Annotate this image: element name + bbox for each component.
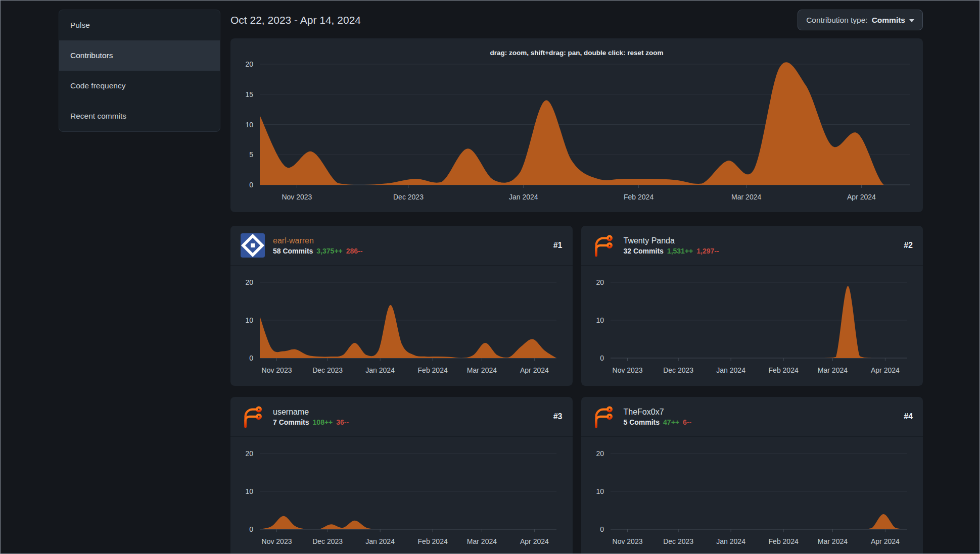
deletions-count: 36-- xyxy=(336,418,349,426)
svg-text:Mar 2024: Mar 2024 xyxy=(467,537,497,545)
chevron-down-icon xyxy=(909,19,914,22)
topbar: Oct 22, 2023 - Apr 14, 2024 Contribution… xyxy=(230,10,923,30)
contributor-name-link[interactable]: Twenty Panda xyxy=(624,236,719,245)
deletions-count: 286-- xyxy=(346,247,363,255)
deletions-count: 6-- xyxy=(683,418,691,426)
contributor-chart[interactable]: 01020Nov 2023Dec 2023Jan 2024Feb 2024Mar… xyxy=(581,437,923,554)
forgejo-logo-icon xyxy=(591,233,616,258)
svg-text:Nov 2023: Nov 2023 xyxy=(262,366,292,374)
contributor-card-header: Twenty Panda 32 Commits 1,531++ 1,297-- … xyxy=(581,226,923,266)
contributor-chart[interactable]: 01020Nov 2023Dec 2023Jan 2024Feb 2024Mar… xyxy=(230,437,573,554)
contributor-name-link[interactable]: earl-warren xyxy=(273,236,362,245)
svg-text:0: 0 xyxy=(249,181,253,189)
contributor-card-header: username 7 Commits 108++ 36-- #3 xyxy=(230,397,573,437)
contributor-card: Twenty Panda 32 Commits 1,531++ 1,297-- … xyxy=(581,226,923,386)
contributor-stats: 7 Commits 108++ 36-- xyxy=(273,418,349,426)
svg-text:Jan 2024: Jan 2024 xyxy=(365,366,395,374)
contribution-type-dropdown[interactable]: Contribution type: Commits xyxy=(798,10,923,30)
additions-count: 1,531++ xyxy=(667,247,693,255)
svg-text:Jan 2024: Jan 2024 xyxy=(716,537,745,545)
deletions-count: 1,297-- xyxy=(696,247,719,255)
main-content: Oct 22, 2023 - Apr 14, 2024 Contribution… xyxy=(230,1,923,554)
forgejo-logo-icon xyxy=(591,405,616,429)
svg-text:Feb 2024: Feb 2024 xyxy=(418,537,448,545)
svg-text:0: 0 xyxy=(249,354,253,362)
commit-count: 58 Commits xyxy=(273,247,313,255)
forgejo-logo-icon xyxy=(241,405,265,429)
contributors-page: Pulse Contributors Code frequency Recent… xyxy=(0,0,980,554)
svg-text:Mar 2024: Mar 2024 xyxy=(467,366,497,374)
svg-text:20: 20 xyxy=(245,449,253,458)
svg-text:20: 20 xyxy=(245,278,253,286)
svg-text:Nov 2023: Nov 2023 xyxy=(612,366,642,374)
svg-text:Apr 2024: Apr 2024 xyxy=(870,366,899,374)
svg-text:20: 20 xyxy=(245,60,253,68)
svg-text:Feb 2024: Feb 2024 xyxy=(768,366,798,374)
contributor-card: username 7 Commits 108++ 36-- #3 01020No… xyxy=(230,397,573,554)
sidebar-item-pulse[interactable]: Pulse xyxy=(59,10,220,40)
contribution-type-value: Commits xyxy=(872,16,905,25)
svg-text:Dec 2023: Dec 2023 xyxy=(312,366,343,374)
contributor-card: earl-warren 58 Commits 3,375++ 286-- #1 … xyxy=(230,226,573,386)
contribution-type-label: Contribution type: xyxy=(806,16,868,25)
svg-text:Nov 2023: Nov 2023 xyxy=(282,193,312,201)
svg-text:15: 15 xyxy=(245,90,253,98)
contributor-rank: #2 xyxy=(904,241,913,250)
identicon-avatar-icon xyxy=(241,233,265,258)
svg-text:0: 0 xyxy=(600,354,604,362)
contributor-card-header: TheFox0x7 5 Commits 47++ 6-- #4 xyxy=(581,397,923,437)
svg-text:Jan 2024: Jan 2024 xyxy=(509,193,538,201)
svg-text:Dec 2023: Dec 2023 xyxy=(393,193,424,201)
overall-contributions-card: drag: zoom, shift+drag: pan, double clic… xyxy=(230,38,923,212)
sidebar-item-recent-commits[interactable]: Recent commits xyxy=(59,101,220,131)
contributor-name-link[interactable]: username xyxy=(273,408,349,417)
overall-contributions-chart[interactable]: 05101520Nov 2023Dec 2023Jan 2024Feb 2024… xyxy=(230,38,923,212)
avatar[interactable] xyxy=(591,233,616,258)
svg-text:Feb 2024: Feb 2024 xyxy=(418,366,448,374)
avatar[interactable] xyxy=(241,233,265,258)
svg-text:Nov 2023: Nov 2023 xyxy=(262,537,292,545)
sidebar-item-contributors[interactable]: Contributors xyxy=(59,40,220,71)
svg-text:Dec 2023: Dec 2023 xyxy=(312,537,343,545)
avatar[interactable] xyxy=(591,405,616,429)
svg-text:0: 0 xyxy=(249,525,253,533)
svg-text:Apr 2024: Apr 2024 xyxy=(847,193,876,201)
svg-text:Feb 2024: Feb 2024 xyxy=(768,537,798,545)
svg-text:10: 10 xyxy=(245,121,253,129)
contributor-stats: 5 Commits 47++ 6-- xyxy=(624,418,692,426)
chart-zoom-hint: drag: zoom, shift+drag: pan, double clic… xyxy=(230,49,923,57)
svg-text:10: 10 xyxy=(596,487,604,495)
contributor-stats: 58 Commits 3,375++ 286-- xyxy=(273,247,362,255)
additions-count: 47++ xyxy=(663,418,679,426)
activity-sidebar: Pulse Contributors Code frequency Recent… xyxy=(59,10,220,132)
svg-text:Apr 2024: Apr 2024 xyxy=(870,537,899,545)
contributor-card: TheFox0x7 5 Commits 47++ 6-- #4 01020Nov… xyxy=(581,397,923,554)
avatar[interactable] xyxy=(241,405,265,429)
svg-text:5: 5 xyxy=(249,150,253,159)
commit-count: 5 Commits xyxy=(624,418,660,426)
contributor-chart[interactable]: 01020Nov 2023Dec 2023Jan 2024Feb 2024Mar… xyxy=(581,266,923,386)
contributor-chart[interactable]: 01020Nov 2023Dec 2023Jan 2024Feb 2024Mar… xyxy=(230,266,573,386)
svg-text:Apr 2024: Apr 2024 xyxy=(520,366,549,374)
additions-count: 108++ xyxy=(313,418,333,426)
svg-text:20: 20 xyxy=(596,278,604,286)
additions-count: 3,375++ xyxy=(316,247,342,255)
svg-text:Mar 2024: Mar 2024 xyxy=(817,537,847,545)
svg-text:Dec 2023: Dec 2023 xyxy=(663,366,693,374)
svg-text:Mar 2024: Mar 2024 xyxy=(731,193,761,201)
svg-text:Nov 2023: Nov 2023 xyxy=(612,537,642,545)
svg-text:Jan 2024: Jan 2024 xyxy=(365,537,395,545)
contributor-cards-grid: earl-warren 58 Commits 3,375++ 286-- #1 … xyxy=(230,226,923,554)
contributor-rank: #3 xyxy=(553,412,563,421)
svg-text:10: 10 xyxy=(245,316,253,324)
sidebar-item-code-frequency[interactable]: Code frequency xyxy=(59,71,220,101)
svg-text:Mar 2024: Mar 2024 xyxy=(817,366,847,374)
svg-text:10: 10 xyxy=(245,487,253,495)
svg-text:Dec 2023: Dec 2023 xyxy=(663,537,693,545)
contributor-card-header: earl-warren 58 Commits 3,375++ 286-- #1 xyxy=(230,226,573,266)
contributor-stats: 32 Commits 1,531++ 1,297-- xyxy=(624,247,719,255)
contributor-rank: #4 xyxy=(904,412,913,421)
svg-text:Jan 2024: Jan 2024 xyxy=(716,366,745,374)
contributor-rank: #1 xyxy=(553,241,563,250)
contributor-name-link[interactable]: TheFox0x7 xyxy=(624,408,692,417)
